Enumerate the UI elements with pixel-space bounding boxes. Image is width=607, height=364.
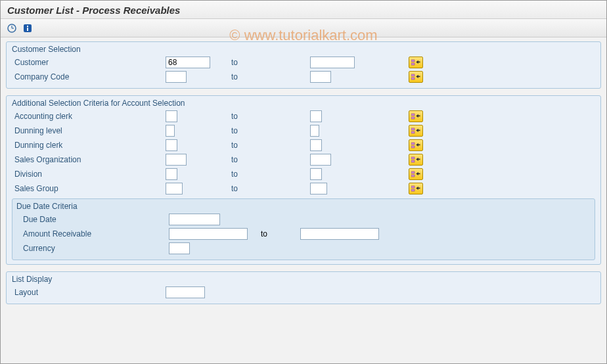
label-layout: Layout <box>14 288 166 297</box>
label-sales-group: Sales Group <box>14 184 166 193</box>
multi-select-accounting-clerk[interactable] <box>409 110 423 122</box>
label-to: to <box>231 155 310 164</box>
label-to: to <box>231 72 310 81</box>
group-customer-selection: Customer Selection Customer to Company C… <box>6 41 601 89</box>
multi-select-division[interactable] <box>409 168 423 180</box>
input-company-code-to[interactable] <box>310 71 331 83</box>
svg-rect-19 <box>411 175 415 177</box>
label-to: to <box>231 112 310 121</box>
label-customer: Customer <box>14 58 166 67</box>
svg-rect-15 <box>411 146 415 148</box>
svg-rect-16 <box>411 157 415 159</box>
row-sales-group: Sales Group to <box>7 181 600 196</box>
group-title-additional: Additional Selection Criteria for Accoun… <box>7 96 600 109</box>
label-accounting-clerk: Accounting clerk <box>14 112 166 121</box>
svg-rect-4 <box>27 26 28 27</box>
svg-rect-7 <box>411 63 415 65</box>
group-additional-criteria: Additional Selection Criteria for Accoun… <box>6 95 601 265</box>
row-dunning-clerk: Dunning clerk to <box>7 138 600 152</box>
input-dunning-clerk-from[interactable] <box>166 139 177 151</box>
svg-rect-13 <box>411 131 415 133</box>
toolbar <box>1 19 606 37</box>
label-sales-org: Sales Organization <box>14 155 166 164</box>
svg-rect-21 <box>411 189 415 191</box>
input-sales-group-to[interactable] <box>310 183 327 194</box>
row-sales-org: Sales Organization to <box>7 152 600 167</box>
svg-rect-18 <box>411 171 415 173</box>
label-to: to <box>231 58 310 67</box>
row-division: Division to <box>7 167 600 181</box>
svg-rect-10 <box>411 114 415 116</box>
input-company-code-from[interactable] <box>166 71 187 83</box>
input-dunning-clerk-to[interactable] <box>310 139 322 151</box>
subgroup-title-due-date: Due Date Criteria <box>12 199 595 212</box>
label-due-date: Due Date <box>23 215 169 224</box>
input-division-from[interactable] <box>166 168 177 180</box>
svg-rect-14 <box>411 143 415 145</box>
label-division: Division <box>14 170 166 179</box>
input-accounting-clerk-from[interactable] <box>166 110 177 122</box>
row-layout: Layout <box>7 285 600 300</box>
label-company-code: Company Code <box>14 72 166 81</box>
input-division-to[interactable] <box>310 168 322 180</box>
svg-rect-8 <box>411 74 415 76</box>
svg-rect-20 <box>411 186 415 188</box>
input-amount-receivable-from[interactable] <box>169 228 248 240</box>
svg-rect-17 <box>411 160 415 162</box>
input-layout[interactable] <box>166 286 205 298</box>
row-currency: Currency <box>12 241 595 256</box>
svg-rect-12 <box>411 128 415 130</box>
svg-rect-9 <box>411 78 415 80</box>
app-window: Customer List - Process Receivables © ww… <box>0 0 607 364</box>
label-amount-receivable: Amount Receivable <box>23 229 169 239</box>
input-accounting-clerk-to[interactable] <box>310 110 322 122</box>
label-to: to <box>231 170 310 179</box>
input-currency[interactable] <box>169 242 190 254</box>
multi-select-dunning-clerk[interactable] <box>409 139 423 151</box>
input-customer-from[interactable] <box>166 57 210 68</box>
row-accounting-clerk: Accounting clerk to <box>7 109 600 124</box>
label-to: to <box>231 126 310 135</box>
execute-icon[interactable] <box>6 22 18 34</box>
multi-select-dunning-level[interactable] <box>409 125 423 137</box>
multi-select-sales-org[interactable] <box>409 154 423 166</box>
row-customer: Customer to <box>7 55 600 70</box>
input-sales-group-from[interactable] <box>166 183 183 194</box>
row-dunning-level: Dunning level to <box>7 124 600 138</box>
label-dunning-level: Dunning level <box>14 126 166 135</box>
row-company-code: Company Code to <box>7 70 600 84</box>
label-dunning-clerk: Dunning clerk <box>14 141 166 150</box>
multi-select-sales-group[interactable] <box>409 183 423 194</box>
svg-rect-11 <box>411 117 415 119</box>
input-customer-to[interactable] <box>310 57 355 68</box>
label-to: to <box>231 184 310 193</box>
group-title-list-display: List Display <box>7 272 600 285</box>
group-title-customer-selection: Customer Selection <box>7 42 600 55</box>
input-dunning-level-from[interactable] <box>166 125 175 137</box>
group-list-display: List Display Layout <box>6 271 601 304</box>
info-icon[interactable] <box>22 22 34 34</box>
input-sales-org-to[interactable] <box>310 154 331 166</box>
svg-rect-5 <box>27 28 28 31</box>
input-amount-receivable-to[interactable] <box>300 228 379 240</box>
multi-select-customer[interactable] <box>409 57 423 68</box>
page-title: Customer List - Process Receivables <box>1 1 606 19</box>
multi-select-company-code[interactable] <box>409 71 423 83</box>
input-sales-org-from[interactable] <box>166 154 187 166</box>
svg-rect-6 <box>411 60 415 62</box>
label-to: to <box>231 141 310 150</box>
label-to: to <box>261 229 300 239</box>
row-amount-receivable: Amount Receivable to <box>12 227 595 241</box>
subgroup-due-date-criteria: Due Date Criteria Due Date Amount Receiv… <box>12 198 595 260</box>
input-dunning-level-to[interactable] <box>310 125 319 137</box>
row-due-date: Due Date <box>12 212 595 227</box>
content: Customer Selection Customer to Company C… <box>1 37 606 304</box>
label-currency: Currency <box>23 244 169 253</box>
input-due-date[interactable] <box>169 214 220 225</box>
